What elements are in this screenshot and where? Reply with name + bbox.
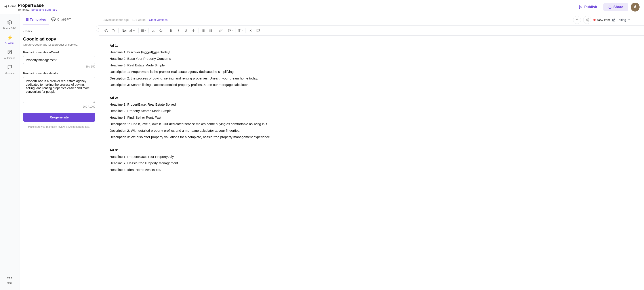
toolbar-sep-9	[246, 28, 246, 33]
underline-button[interactable]: U	[182, 27, 190, 34]
chevron-left-icon: ◀	[4, 5, 7, 8]
editor-content[interactable]: Ad 1: Headline 1: Discover PropertEase T…	[99, 36, 644, 290]
more-options-button[interactable]: ···	[633, 17, 640, 23]
toolbar-sep-2	[138, 28, 138, 33]
edit-icon	[612, 18, 615, 22]
content-line: Ad 3:	[110, 147, 634, 153]
topbar-actions: Publish Share A	[575, 3, 640, 12]
app-title: PropertEase	[18, 3, 57, 8]
redo-icon	[112, 29, 115, 32]
sidebar-item-more[interactable]: ••• More	[1, 273, 18, 286]
align-button[interactable]	[140, 27, 147, 34]
product-details-textarea[interactable]: PropertEase is a premier real estate age…	[23, 77, 95, 103]
sidebar-item-ai-images[interactable]: AI Images	[1, 47, 18, 62]
toolbar-sep-3	[148, 28, 148, 33]
clear-format-icon	[249, 29, 252, 32]
content-line: Description 2: the process of buying, se…	[110, 75, 634, 81]
text-color-button[interactable]: A	[150, 27, 157, 34]
undo-button[interactable]	[102, 27, 110, 34]
avatar: A	[631, 3, 640, 12]
share-action-button[interactable]	[583, 16, 591, 24]
svg-point-3	[576, 19, 578, 20]
svg-point-6	[588, 20, 588, 21]
user-action-button[interactable]	[573, 16, 581, 24]
share-button[interactable]: Share	[603, 3, 628, 11]
product-service-input[interactable]	[23, 56, 95, 64]
template-link[interactable]: Notes and Summary	[31, 8, 57, 11]
bullet-list-button[interactable]	[200, 27, 207, 34]
tab-templates[interactable]: ⊞ Templates	[23, 14, 48, 25]
home-button[interactable]: ◀ Home	[4, 5, 16, 8]
italic-button[interactable]: I	[175, 27, 182, 34]
content-line: Headline 1: PropertEase: Your Property A…	[110, 154, 634, 160]
field2-char-count: 260 / 1000	[23, 105, 95, 108]
back-arrow-icon: ‹	[23, 30, 24, 33]
ai-images-icon	[7, 50, 12, 56]
message-icon	[7, 65, 12, 71]
publish-button[interactable]: Publish	[575, 3, 601, 11]
new-item-button[interactable]: New Item	[594, 18, 610, 22]
template-subtitle: Template: Notes and Summary	[18, 8, 57, 11]
publish-icon	[578, 5, 582, 9]
saved-text: Saved seconds ago	[104, 18, 128, 22]
highlight-icon	[159, 29, 163, 32]
table-dropdown-icon	[241, 30, 244, 32]
bullet-list-icon	[202, 29, 205, 32]
sidebar-item-ai-writer[interactable]: ⚡ AI Writer	[1, 33, 18, 47]
more-icon: •••	[7, 275, 12, 281]
content-line: Description 1: PropertEase is the premie…	[110, 69, 634, 75]
bold-button[interactable]: B	[167, 27, 174, 34]
older-versions-link[interactable]: Older versions	[149, 18, 168, 22]
redo-button[interactable]	[110, 27, 117, 34]
brief-seo-icon	[7, 20, 12, 26]
panel-body: ‹ Back Google ad copy Create Google ads …	[20, 25, 99, 290]
content-line: Headline 2: Hassle-free Property Managem…	[110, 160, 634, 166]
clear-format-button[interactable]	[247, 27, 254, 34]
svg-point-2	[8, 51, 9, 52]
content-line: Headline 3: Ideal Home Awaits You	[110, 167, 634, 173]
sidebar-item-brief-seo[interactable]: Brief + SEO	[1, 18, 18, 32]
ordered-list-button[interactable]: 1.2.3.	[207, 27, 214, 34]
icon-sidebar: Brief + SEO ⚡ AI Writer AI Images Messag…	[0, 14, 20, 290]
strikethrough-button[interactable]: S	[190, 27, 197, 34]
content-line: Headline 1: PropertEase: Real Estate Sol…	[110, 102, 634, 107]
svg-point-15	[202, 30, 202, 30]
toolbar-sep-6	[216, 28, 216, 33]
ai-writer-label: AI Writer	[5, 42, 14, 44]
new-item-indicator	[594, 19, 596, 21]
chevron-down-icon	[628, 18, 630, 22]
svg-line-8	[587, 19, 588, 20]
more-label: More	[7, 281, 12, 284]
content-line: Headline 3: Real Estate Made Simple	[110, 62, 634, 68]
svg-marker-0	[580, 6, 582, 9]
table-button[interactable]	[237, 27, 244, 34]
template-title: Google ad copy	[23, 37, 95, 42]
content-line	[110, 89, 634, 94]
user-icon	[575, 18, 579, 22]
editing-button[interactable]: Editing	[612, 18, 630, 22]
field1-label: Product or service offered	[23, 51, 95, 54]
back-button[interactable]: ‹ Back	[23, 30, 95, 33]
content-line: Ad 1:	[110, 43, 634, 49]
content-line: Description 2: With detailed property pr…	[110, 128, 634, 133]
link-icon	[219, 29, 222, 32]
template-description: Create Google ads for a product or servi…	[23, 43, 95, 46]
style-selector[interactable]: Normal	[120, 28, 137, 33]
ai-disclaimer: Make sure you manually review all AI gen…	[23, 125, 95, 129]
regenerate-button[interactable]: Re-generate	[23, 113, 95, 122]
panel: ⊞ Templates 💬 ChatGPT ‹ ‹ Back Google ad…	[20, 14, 99, 290]
content-line	[110, 141, 634, 147]
content-line: Headline 1: Discover PropertEase Today!	[110, 49, 634, 55]
content-line: Headline 2: Ease Your Property Concerns	[110, 56, 634, 62]
message-label: Message	[5, 72, 14, 74]
sidebar-item-message[interactable]: Message	[1, 62, 18, 77]
field1-char-count: 19 / 150	[23, 65, 95, 68]
link-button[interactable]	[217, 27, 224, 34]
highlight-button[interactable]	[157, 27, 164, 34]
toolbar-sep-5	[198, 28, 198, 33]
tab-chatgpt[interactable]: 💬 ChatGPT	[48, 14, 74, 25]
comment-icon	[256, 29, 260, 32]
comment-button[interactable]	[254, 27, 262, 34]
content-line: Description 3: We also offer property va…	[110, 134, 634, 140]
image-button[interactable]	[227, 27, 234, 34]
